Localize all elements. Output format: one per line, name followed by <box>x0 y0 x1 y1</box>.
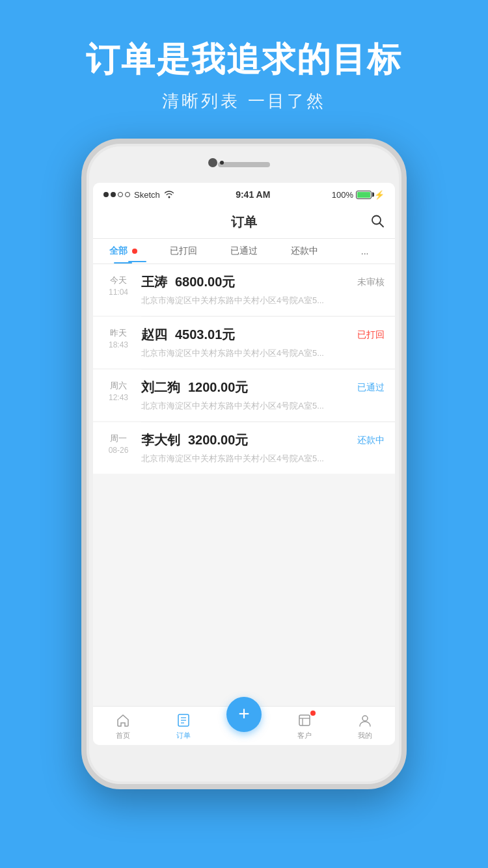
lightning-icon: ⚡ <box>374 190 385 200</box>
order-date-4: 周一 08-26 <box>103 431 133 465</box>
order-item[interactable]: 今天 11:04 王涛 6800.00元 未审核 北京市海淀区中关村东路中关村小… <box>93 264 395 316</box>
status-time: 9:41 AM <box>236 189 270 200</box>
svg-point-9 <box>362 716 368 721</box>
tab-all[interactable]: 全部 <box>93 239 154 264</box>
tab-all-badge <box>132 249 137 254</box>
carrier-label: Sketch <box>134 190 160 200</box>
order-content-4: 李大钊 3200.00元 还款中 北京市海淀区中关村东路中关村小区4号院A室5.… <box>141 431 385 465</box>
phone-camera <box>208 158 217 167</box>
battery-percent: 100% <box>332 190 353 200</box>
fab-wrapper: + 添加 <box>214 697 275 745</box>
order-address-2: 北京市海淀区中关村东路中关村小区4号院A室5... <box>141 347 385 359</box>
phone-speaker <box>218 162 270 167</box>
order-header-2: 赵四 4503.01元 已打回 <box>141 326 385 344</box>
order-status-1: 未审核 <box>357 277 385 288</box>
app-navbar: 订单 <box>93 206 395 239</box>
signal-dots <box>103 192 130 197</box>
home-icon <box>115 712 131 729</box>
battery-indicator <box>356 191 372 199</box>
order-header-1: 王涛 6800.00元 未审核 <box>141 273 385 291</box>
svg-rect-6 <box>299 715 310 726</box>
order-date-1: 今天 11:04 <box>103 273 133 306</box>
orders-icon <box>175 712 192 729</box>
status-left: Sketch <box>103 189 174 200</box>
tab-rejected[interactable]: 已通过 <box>214 239 275 264</box>
hero-title: 订单是我追求的目标 <box>0 39 488 79</box>
tab-repaying[interactable]: ... <box>334 239 395 263</box>
order-header-4: 李大钊 3200.00元 还款中 <box>141 431 385 449</box>
tab-item-orders[interactable]: 订单 <box>154 712 214 740</box>
order-item[interactable]: 昨天 18:43 赵四 4503.01元 已打回 北京市海淀区中关村东路中关村小… <box>93 317 395 368</box>
volume-down-button <box>81 329 84 368</box>
clients-icon <box>296 712 313 729</box>
tab-item-mine[interactable]: 我的 <box>334 712 395 740</box>
signal-dot-3 <box>118 192 123 197</box>
order-date-2: 昨天 18:43 <box>103 326 133 359</box>
clients-badge <box>310 711 316 716</box>
mute-button <box>81 241 84 267</box>
battery-fill <box>357 192 370 198</box>
order-address-4: 北京市海淀区中关村东路中关村小区4号院A室5... <box>141 453 385 465</box>
order-content-1: 王涛 6800.00元 未审核 北京市海淀区中关村东路中关村小区4号院A室5..… <box>141 273 385 306</box>
tab-item-home[interactable]: 首页 <box>93 712 154 740</box>
status-bar: Sketch 9:41 AM 100% <box>93 183 395 206</box>
orders-tab-label: 订单 <box>176 731 191 740</box>
status-right: 100% ⚡ <box>332 190 385 200</box>
search-button[interactable] <box>370 213 385 231</box>
tab-approved[interactable]: 还款中 <box>274 239 334 264</box>
order-name-amount-2: 赵四 4503.01元 <box>141 326 235 344</box>
mine-icon <box>357 712 373 729</box>
order-item[interactable]: 周一 08-26 李大钊 3200.00元 还款中 北京市海淀区中关村东路中关村… <box>93 422 395 474</box>
hero-section: 订单是我追求的目标 清晰列表 一目了然 <box>0 0 488 132</box>
bottom-tabbar: 首页 订单 <box>93 706 395 745</box>
order-date-3: 周六 12:43 <box>103 379 133 412</box>
order-status-4: 还款中 <box>357 435 385 446</box>
tab-item-clients[interactable]: 客户 <box>274 712 334 740</box>
order-status-3: 已通过 <box>357 382 385 394</box>
mine-tab-label: 我的 <box>358 731 372 740</box>
order-content-3: 刘二狗 1200.00元 已通过 北京市海淀区中关村东路中关村小区4号院A室5.… <box>141 379 385 412</box>
signal-dot-2 <box>111 192 116 197</box>
phone-body: Sketch 9:41 AM 100% <box>81 139 407 789</box>
phone-mockup: Sketch 9:41 AM 100% <box>0 139 488 789</box>
order-name-amount-3: 刘二狗 1200.00元 <box>141 379 248 396</box>
order-address-1: 北京市海淀区中关村东路中关村小区4号院A室5... <box>141 295 385 306</box>
volume-up-button <box>81 280 84 319</box>
add-icon: + <box>238 704 250 724</box>
signal-dot-1 <box>103 192 109 197</box>
order-name-amount-4: 李大钊 3200.00元 <box>141 431 248 449</box>
hero-subtitle: 清晰列表 一目了然 <box>0 90 488 113</box>
order-name-amount-1: 王涛 6800.00元 <box>141 273 235 291</box>
order-status-2: 已打回 <box>357 329 385 341</box>
order-tabs: 全部 已打回 已通过 还款中 ... <box>93 239 395 264</box>
signal-dot-4 <box>125 192 130 197</box>
svg-line-1 <box>380 223 384 227</box>
order-content-2: 赵四 4503.01元 已打回 北京市海淀区中关村东路中关村小区4号院A室5..… <box>141 326 385 359</box>
wifi-icon <box>164 189 174 200</box>
home-tab-label: 首页 <box>116 731 130 740</box>
order-address-3: 北京市海淀区中关村东路中关村小区4号院A室5... <box>141 400 385 412</box>
add-fab-button[interactable]: + <box>226 697 262 732</box>
order-header-3: 刘二狗 1200.00元 已通过 <box>141 379 385 396</box>
tab-pending[interactable]: 已打回 <box>154 239 214 264</box>
power-button <box>404 293 407 346</box>
order-list: 今天 11:04 王涛 6800.00元 未审核 北京市海淀区中关村东路中关村小… <box>93 264 395 706</box>
clients-tab-label: 客户 <box>297 731 312 740</box>
battery-bar <box>356 191 372 199</box>
phone-screen: Sketch 9:41 AM 100% <box>93 183 395 745</box>
order-item[interactable]: 周六 12:43 刘二狗 1200.00元 已通过 北京市海淀区中关村东路中关村… <box>93 370 395 421</box>
app-title: 订单 <box>231 213 257 231</box>
